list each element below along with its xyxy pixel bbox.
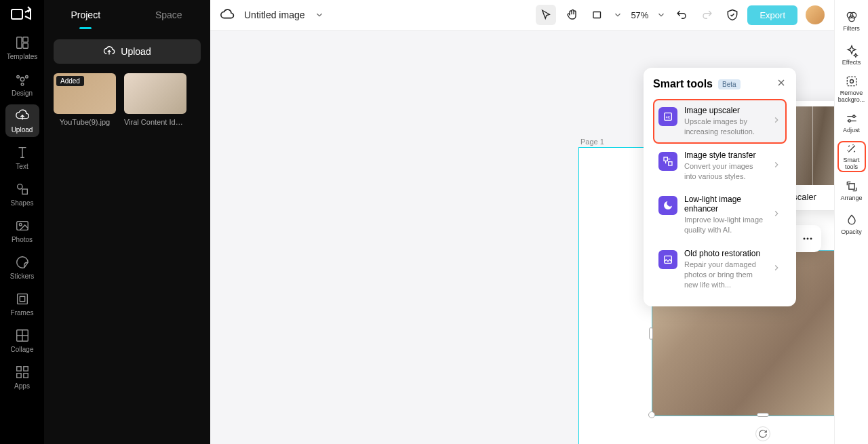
undo-button[interactable]: [671, 5, 692, 25]
rail-filters[interactable]: Filters: [837, 5, 866, 37]
nav-upload[interactable]: Upload: [5, 104, 39, 137]
rail-adjust[interactable]: Adjust: [837, 107, 866, 138]
resize-handle-s[interactable]: [757, 413, 769, 417]
smart-tool-low-light[interactable]: Low-light image enhancerImprove low-ligh…: [653, 188, 787, 242]
close-button[interactable]: [776, 77, 787, 91]
export-button[interactable]: Export: [747, 5, 797, 25]
nav-templates[interactable]: Templates: [5, 31, 39, 64]
svg-rect-1: [16, 37, 21, 48]
thumbnail-grid: Added YouTube(9).jpg Viral Content Ideas…: [54, 73, 201, 126]
thumbnail-image: Added: [54, 73, 116, 114]
document-title[interactable]: Untitled image: [244, 9, 305, 20]
nav-label: Upload: [12, 126, 33, 134]
nav-label: Photos: [12, 236, 33, 243]
rail-label: Filters: [843, 26, 860, 33]
smart-tools-title: Smart tools: [653, 78, 713, 90]
added-badge: Added: [56, 76, 84, 86]
style-transfer-icon: [658, 152, 677, 171]
low-light-icon: [658, 196, 677, 215]
svg-point-8: [17, 184, 22, 188]
thumbnail-item[interactable]: Viral Content Ideas(3...: [124, 73, 186, 126]
nav-label: Apps: [14, 382, 30, 390]
nav-collage[interactable]: Collage: [5, 324, 39, 357]
upload-button[interactable]: Upload: [54, 39, 201, 64]
chevron-down-icon[interactable]: [613, 10, 623, 20]
nav-apps[interactable]: Apps: [5, 361, 39, 393]
nav-label: Text: [16, 163, 28, 170]
svg-point-11: [19, 223, 22, 226]
app-logo[interactable]: [10, 5, 35, 23]
nav-text[interactable]: Text: [5, 141, 39, 174]
nav-label: Collage: [11, 346, 34, 353]
svg-point-35: [848, 16, 854, 21]
svg-rect-36: [847, 77, 856, 85]
redo-button[interactable]: [697, 5, 717, 25]
svg-rect-12: [17, 294, 27, 304]
canvas-area[interactable]: Page 1 Image upscaler Smart tools: [210, 31, 834, 444]
rail-label: Opacity: [841, 229, 862, 236]
chevron-right-icon: [772, 160, 781, 172]
cloud-upload-icon: [103, 45, 115, 58]
smart-tool-restoration[interactable]: Old photo restorationRepair your damaged…: [653, 242, 787, 297]
thumbnail-item[interactable]: Added YouTube(9).jpg: [54, 73, 116, 126]
more-button[interactable]: [800, 230, 816, 247]
rail-arrange[interactable]: Arrange: [837, 175, 866, 206]
panel-tabs: Project Space: [44, 0, 210, 30]
upload-panel: Project Space Upload Added YouTube(9).jp…: [44, 0, 210, 444]
nav-label: Templates: [7, 53, 38, 60]
resize-tool[interactable]: [587, 5, 608, 25]
nav-label: Stickers: [10, 273, 35, 280]
svg-point-6: [25, 75, 28, 78]
cloud-icon[interactable]: [220, 7, 235, 22]
tab-project[interactable]: Project: [44, 0, 127, 29]
smart-item-title: Low-light image enhancer: [684, 195, 765, 214]
nav-stickers[interactable]: Stickers: [5, 251, 39, 283]
nav-frames[interactable]: Frames: [5, 287, 39, 320]
nav-label: Frames: [11, 309, 34, 317]
smart-tool-upscaler[interactable]: 4K Image upscalerUpscale images by incre…: [653, 99, 787, 144]
zoom-level[interactable]: 57%: [631, 10, 648, 20]
shield-icon[interactable]: [726, 8, 739, 22]
top-bar: Untitled image 57% Export: [210, 0, 834, 31]
svg-rect-15: [16, 366, 20, 370]
upscaler-icon: 4K: [658, 107, 677, 126]
rail-label: Effects: [842, 60, 861, 66]
rail-remove-bg[interactable]: Remove backgro...: [837, 73, 866, 104]
rail-label: Smart tools: [839, 157, 865, 171]
svg-text:4K: 4K: [666, 115, 671, 119]
chevron-down-icon[interactable]: [656, 10, 666, 20]
svg-rect-19: [593, 12, 601, 18]
nav-design[interactable]: Design: [5, 68, 39, 100]
svg-point-7: [21, 83, 24, 85]
user-avatar[interactable]: [806, 5, 825, 24]
resize-handle-sw[interactable]: [648, 411, 655, 418]
hand-tool[interactable]: [561, 5, 582, 25]
svg-rect-9: [22, 189, 27, 194]
restoration-icon: [658, 250, 677, 269]
rail-label: Adjust: [843, 127, 860, 134]
properties-rail: Filters Effects Remove backgro... Adjust…: [834, 0, 868, 444]
svg-rect-16: [23, 366, 27, 370]
chevron-right-icon: [772, 263, 781, 275]
smart-tools-panel: Smart tools Beta 4K Image upscalerUpscal…: [644, 68, 796, 306]
smart-tool-style-transfer[interactable]: Image style transferConvert your images …: [653, 144, 787, 188]
cursor-tool[interactable]: [536, 5, 556, 25]
svg-rect-13: [20, 296, 24, 301]
rail-label: Remove backgro...: [837, 90, 866, 104]
svg-rect-10: [16, 221, 28, 230]
nav-shapes[interactable]: Shapes: [5, 178, 39, 210]
rail-effects[interactable]: Effects: [837, 39, 866, 70]
chevron-down-icon[interactable]: [315, 10, 324, 20]
rotate-handle[interactable]: [755, 426, 770, 441]
resize-handle-w[interactable]: [649, 327, 653, 340]
rail-smart-tools[interactable]: Smart tools: [837, 141, 866, 172]
svg-point-26: [807, 238, 809, 240]
svg-rect-2: [22, 37, 27, 41]
thumbnail-name: YouTube(9).jpg: [54, 118, 116, 126]
smart-item-desc: Repair your damaged photos or bring them…: [684, 260, 765, 290]
nav-photos[interactable]: Photos: [5, 214, 39, 247]
svg-point-4: [20, 77, 24, 81]
rail-opacity[interactable]: Opacity: [837, 209, 866, 240]
tab-space[interactable]: Space: [127, 0, 211, 29]
svg-point-37: [850, 79, 853, 83]
